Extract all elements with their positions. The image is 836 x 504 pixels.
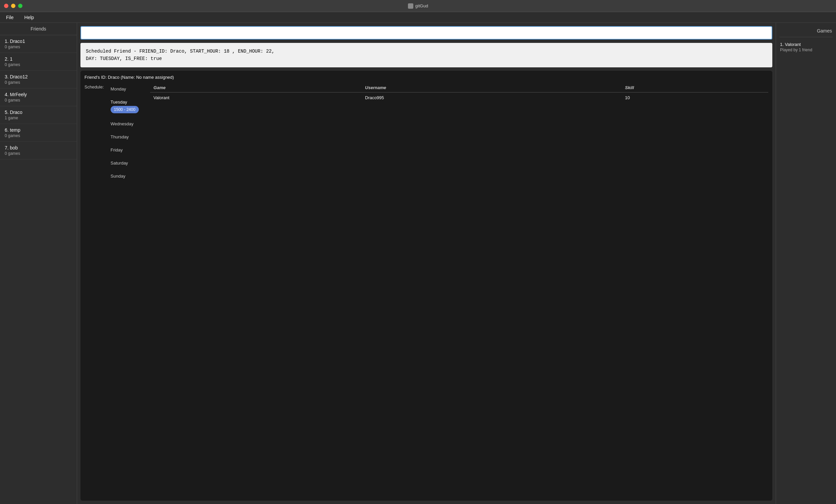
app-title-text: gitGud bbox=[415, 3, 428, 8]
friend-item[interactable]: 6. temp0 games bbox=[0, 124, 77, 142]
day-name: Tuesday bbox=[111, 99, 127, 104]
friend-name: 7. bob bbox=[5, 145, 72, 151]
friends-list: 1. Draco10 games2. 10 games3. Draco120 g… bbox=[0, 35, 77, 159]
game-cell: Valorant bbox=[150, 92, 362, 103]
day-name: Sunday bbox=[111, 174, 126, 179]
schedule-area: Schedule: MondayTuesday1500 - 2400Wednes… bbox=[84, 83, 768, 497]
day-name: Thursday bbox=[111, 134, 129, 139]
friend-name: 1. Draco1 bbox=[5, 39, 72, 44]
day-item[interactable]: Tuesday1500 - 2400 bbox=[107, 96, 150, 117]
friend-games: 0 games bbox=[5, 80, 72, 85]
friend-games: 1 game bbox=[5, 116, 72, 120]
friend-item[interactable]: 1. Draco10 games bbox=[0, 35, 77, 53]
menu-bar: File Help bbox=[0, 12, 836, 23]
schedule-label: Schedule: bbox=[84, 83, 104, 497]
output-line1: Scheduled Friend - FRIEND_ID: Draco, STA… bbox=[86, 47, 767, 55]
friend-games: 0 games bbox=[5, 133, 72, 138]
friend-name: 2. 1 bbox=[5, 56, 72, 62]
maximize-button[interactable] bbox=[18, 4, 22, 8]
app-icon bbox=[408, 3, 413, 9]
search-input[interactable] bbox=[80, 26, 772, 40]
day-item[interactable]: Monday bbox=[107, 83, 150, 95]
game-entry[interactable]: 1. ValorantPlayed by 1 friend bbox=[779, 41, 833, 54]
day-item[interactable]: Wednesday bbox=[107, 118, 150, 130]
games-header: Games bbox=[779, 26, 833, 37]
center-area: Scheduled Friend - FRIEND_ID: Draco, STA… bbox=[77, 23, 776, 504]
friends-header: Friends bbox=[0, 23, 77, 35]
col-username: Username bbox=[362, 83, 622, 93]
menu-help[interactable]: Help bbox=[22, 14, 36, 21]
close-button[interactable] bbox=[4, 4, 8, 8]
title-bar: gitGud bbox=[0, 0, 836, 12]
friend-games: 0 games bbox=[5, 62, 72, 67]
app-title: gitGud bbox=[408, 3, 428, 9]
games-sidebar: Games 1. ValorantPlayed by 1 friend bbox=[776, 23, 836, 504]
day-item[interactable]: Saturday bbox=[107, 157, 150, 169]
col-skill: Skill bbox=[622, 83, 768, 93]
day-name: Saturday bbox=[111, 160, 128, 166]
day-item[interactable]: Sunday bbox=[107, 170, 150, 182]
friend-item[interactable]: 3. Draco120 games bbox=[0, 71, 77, 89]
friend-item[interactable]: 4. MrFeely0 games bbox=[0, 89, 77, 106]
friend-name: 4. MrFeely bbox=[5, 92, 72, 97]
game-entry-name: 1. Valorant bbox=[780, 42, 832, 47]
minimize-button[interactable] bbox=[11, 4, 15, 8]
friend-games: 0 games bbox=[5, 98, 72, 102]
username-cell: Draco995 bbox=[362, 92, 622, 103]
output-box: Scheduled Friend - FRIEND_ID: Draco, STA… bbox=[80, 43, 772, 67]
col-game: Game bbox=[150, 83, 362, 93]
days-column: MondayTuesday1500 - 2400WednesdayThursda… bbox=[107, 83, 150, 497]
output-line2: DAY: TUESDAY, IS_FREE: true bbox=[86, 55, 767, 62]
menu-file[interactable]: File bbox=[4, 14, 16, 21]
table-row: ValorantDraco99510 bbox=[150, 92, 768, 103]
day-name: Wednesday bbox=[111, 121, 133, 126]
main-layout: Friends 1. Draco10 games2. 10 games3. Dr… bbox=[0, 23, 836, 504]
day-name: Friday bbox=[111, 148, 123, 153]
time-slot-badge[interactable]: 1500 - 2400 bbox=[111, 106, 139, 113]
friend-games: 0 games bbox=[5, 44, 72, 49]
friend-item[interactable]: 7. bob0 games bbox=[0, 142, 77, 159]
games-list: 1. ValorantPlayed by 1 friend bbox=[779, 41, 833, 54]
day-item[interactable]: Friday bbox=[107, 144, 150, 156]
friend-name: 5. Draco bbox=[5, 110, 72, 115]
friend-id-line: Friend's ID: Draco (Name: No name assign… bbox=[84, 75, 768, 80]
skill-cell: 10 bbox=[622, 92, 768, 103]
window-controls[interactable] bbox=[4, 4, 22, 8]
friend-name: 6. temp bbox=[5, 127, 72, 133]
friend-item[interactable]: 2. 10 games bbox=[0, 53, 77, 71]
friends-sidebar: Friends 1. Draco10 games2. 10 games3. Dr… bbox=[0, 23, 77, 504]
games-table-area: Game Username Skill ValorantDraco99510 bbox=[150, 83, 768, 497]
friend-games: 0 games bbox=[5, 151, 72, 156]
friend-name: 3. Draco12 bbox=[5, 74, 72, 79]
game-entry-sub: Played by 1 friend bbox=[780, 47, 832, 52]
day-name: Monday bbox=[111, 86, 126, 92]
day-item[interactable]: Thursday bbox=[107, 131, 150, 143]
games-table: Game Username Skill ValorantDraco99510 bbox=[150, 83, 768, 103]
friend-detail-panel: Friend's ID: Draco (Name: No name assign… bbox=[80, 71, 772, 501]
friend-item[interactable]: 5. Draco1 game bbox=[0, 106, 77, 124]
